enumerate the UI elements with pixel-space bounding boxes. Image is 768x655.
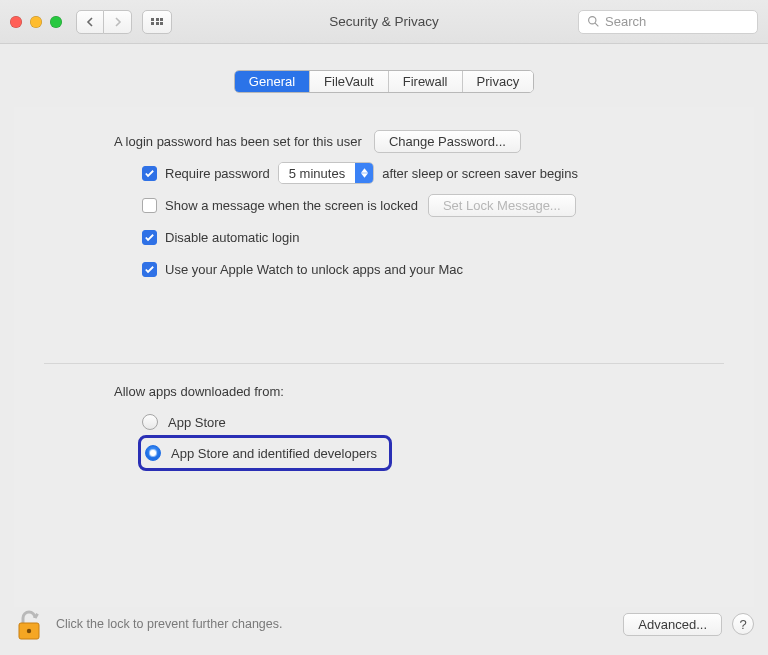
- advanced-button[interactable]: Advanced...: [623, 613, 722, 636]
- gatekeeper-option-identified-highlight: App Store and identified developers: [138, 435, 392, 471]
- titlebar: Security & Privacy Search: [0, 0, 768, 44]
- tab-filevault[interactable]: FileVault: [310, 71, 389, 92]
- password-delay-value: 5 minutes: [279, 163, 355, 183]
- search-placeholder: Search: [605, 14, 646, 29]
- gatekeeper-title: Allow apps downloaded from:: [114, 384, 754, 399]
- lock-icon[interactable]: [14, 607, 44, 641]
- checkmark-icon: [144, 232, 155, 243]
- svg-point-4: [27, 629, 31, 633]
- lock-label: Click the lock to prevent further change…: [56, 617, 283, 631]
- tab-label: FileVault: [324, 74, 374, 89]
- password-set-label: A login password has been set for this u…: [114, 134, 362, 149]
- radio-icon: [142, 414, 158, 430]
- minimize-icon[interactable]: [30, 16, 42, 28]
- back-button[interactable]: [76, 10, 104, 34]
- gatekeeper-option-label: App Store and identified developers: [171, 446, 377, 461]
- zoom-icon[interactable]: [50, 16, 62, 28]
- require-password-prefix: Require password: [165, 166, 270, 181]
- apple-watch-checkbox[interactable]: [142, 262, 157, 277]
- show-message-label: Show a message when the screen is locked: [165, 198, 418, 213]
- window-traffic-lights: [10, 16, 62, 28]
- tab-firewall[interactable]: Firewall: [389, 71, 463, 92]
- divider: [44, 363, 724, 364]
- show-message-checkbox[interactable]: [142, 198, 157, 213]
- tabs-container: General FileVault Firewall Privacy: [0, 70, 768, 93]
- password-delay-select[interactable]: 5 minutes: [278, 162, 374, 184]
- forward-button[interactable]: [104, 10, 132, 34]
- svg-line-1: [595, 23, 598, 26]
- help-button[interactable]: ?: [732, 613, 754, 635]
- search-icon: [587, 15, 600, 28]
- set-lock-message-button: Set Lock Message...: [428, 194, 576, 217]
- search-input[interactable]: Search: [578, 10, 758, 34]
- content-panel: A login password has been set for this u…: [14, 107, 754, 607]
- apple-watch-label: Use your Apple Watch to unlock apps and …: [165, 262, 463, 277]
- show-message-row: Show a message when the screen is locked…: [142, 191, 734, 219]
- tab-label: General: [249, 74, 295, 89]
- svg-point-0: [589, 17, 596, 24]
- checkmark-icon: [144, 168, 155, 179]
- tabs: General FileVault Firewall Privacy: [234, 70, 534, 93]
- tab-label: Privacy: [477, 74, 520, 89]
- disable-autologin-label: Disable automatic login: [165, 230, 299, 245]
- gatekeeper-option-appstore[interactable]: App Store: [142, 409, 754, 435]
- change-password-button[interactable]: Change Password...: [374, 130, 521, 153]
- apple-watch-row: Use your Apple Watch to unlock apps and …: [142, 255, 734, 283]
- disable-autologin-row: Disable automatic login: [142, 223, 734, 251]
- disable-autologin-checkbox[interactable]: [142, 230, 157, 245]
- nav-buttons: [76, 10, 132, 34]
- chevron-left-icon: [86, 17, 94, 27]
- require-password-suffix: after sleep or screen saver begins: [382, 166, 578, 181]
- close-icon[interactable]: [10, 16, 22, 28]
- chevron-right-icon: [114, 17, 122, 27]
- checkmark-icon: [144, 264, 155, 275]
- tab-label: Firewall: [403, 74, 448, 89]
- updown-icon: [355, 163, 373, 183]
- password-set-row: A login password has been set for this u…: [114, 127, 734, 155]
- tab-privacy[interactable]: Privacy: [463, 71, 534, 92]
- gatekeeper-option-identified[interactable]: App Store and identified developers: [145, 440, 377, 466]
- grid-icon: [151, 18, 163, 26]
- require-password-checkbox[interactable]: [142, 166, 157, 181]
- gatekeeper-section: Allow apps downloaded from: App Store Ap…: [14, 384, 754, 471]
- gatekeeper-option-label: App Store: [168, 415, 226, 430]
- show-all-button[interactable]: [142, 10, 172, 34]
- footer: Click the lock to prevent further change…: [14, 607, 754, 641]
- login-section: A login password has been set for this u…: [14, 107, 754, 283]
- tab-general[interactable]: General: [235, 71, 310, 92]
- require-password-row: Require password 5 minutes after sleep o…: [142, 159, 734, 187]
- radio-icon: [145, 445, 161, 461]
